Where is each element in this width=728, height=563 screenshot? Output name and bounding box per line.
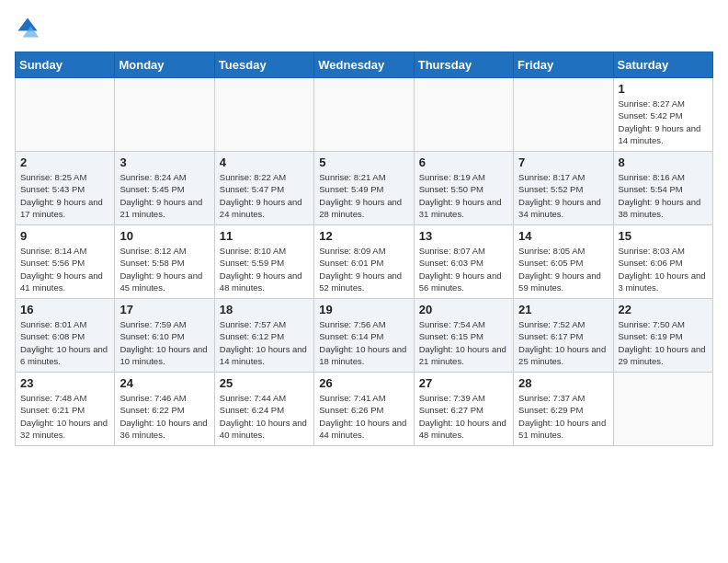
calendar-day: 10Sunrise: 8:12 AM Sunset: 5:58 PM Dayli… (115, 225, 214, 299)
day-number: 18 (220, 303, 309, 316)
calendar-day: 9Sunrise: 8:14 AM Sunset: 5:56 PM Daylig… (16, 225, 115, 299)
day-info: Sunrise: 8:19 AM Sunset: 5:50 PM Dayligh… (419, 171, 508, 220)
day-info: Sunrise: 7:39 AM Sunset: 6:27 PM Dayligh… (419, 392, 508, 441)
calendar-day: 21Sunrise: 7:52 AM Sunset: 6:17 PM Dayli… (514, 299, 613, 373)
day-number: 28 (518, 376, 608, 390)
day-info: Sunrise: 7:41 AM Sunset: 6:26 PM Dayligh… (319, 392, 408, 441)
day-info: Sunrise: 8:03 AM Sunset: 6:06 PM Dayligh… (619, 245, 708, 293)
day-number: 14 (518, 229, 608, 243)
calendar-day: 22Sunrise: 7:50 AM Sunset: 6:19 PM Dayli… (613, 299, 712, 373)
day-info: Sunrise: 8:09 AM Sunset: 6:01 PM Dayligh… (319, 245, 408, 293)
calendar-day: 7Sunrise: 8:17 AM Sunset: 5:52 PM Daylig… (514, 152, 613, 225)
calendar-day: 27Sunrise: 7:39 AM Sunset: 6:27 PM Dayli… (414, 373, 513, 446)
calendar-day: 16Sunrise: 8:01 AM Sunset: 6:08 PM Dayli… (16, 299, 115, 373)
calendar-day: 14Sunrise: 8:05 AM Sunset: 6:05 PM Dayli… (514, 225, 613, 299)
calendar-week-3: 9Sunrise: 8:14 AM Sunset: 5:56 PM Daylig… (16, 225, 713, 299)
day-info: Sunrise: 8:07 AM Sunset: 6:03 PM Dayligh… (419, 245, 508, 293)
day-number: 8 (619, 155, 708, 169)
calendar-day: 1Sunrise: 8:27 AM Sunset: 5:42 PM Daylig… (613, 78, 712, 152)
day-info: Sunrise: 7:52 AM Sunset: 6:17 PM Dayligh… (518, 318, 608, 367)
day-number: 3 (119, 155, 209, 169)
day-info: Sunrise: 8:05 AM Sunset: 6:05 PM Dayligh… (518, 245, 608, 293)
calendar-day: 8Sunrise: 8:16 AM Sunset: 5:54 PM Daylig… (613, 152, 712, 225)
day-number: 10 (119, 229, 209, 243)
day-number: 1 (619, 82, 708, 96)
day-info: Sunrise: 8:25 AM Sunset: 5:43 PM Dayligh… (20, 171, 109, 220)
day-info: Sunrise: 8:10 AM Sunset: 5:59 PM Dayligh… (220, 245, 309, 293)
calendar-day: 26Sunrise: 7:41 AM Sunset: 6:26 PM Dayli… (314, 373, 414, 446)
day-info: Sunrise: 8:21 AM Sunset: 5:49 PM Dayligh… (319, 171, 408, 220)
day-number: 15 (619, 229, 708, 243)
calendar-day: 28Sunrise: 7:37 AM Sunset: 6:29 PM Dayli… (514, 373, 613, 446)
calendar-day: 6Sunrise: 8:19 AM Sunset: 5:50 PM Daylig… (414, 152, 513, 225)
day-number: 25 (220, 376, 309, 390)
calendar-header-sunday: Sunday (16, 52, 115, 78)
calendar-week-5: 23Sunrise: 7:48 AM Sunset: 6:21 PM Dayli… (16, 373, 713, 446)
day-info: Sunrise: 8:27 AM Sunset: 5:42 PM Dayligh… (619, 98, 708, 146)
calendar-day (214, 78, 313, 152)
calendar-day (314, 78, 414, 152)
calendar-week-4: 16Sunrise: 8:01 AM Sunset: 6:08 PM Dayli… (16, 299, 713, 373)
calendar-table: SundayMondayTuesdayWednesdayThursdayFrid… (15, 52, 713, 446)
calendar-day: 4Sunrise: 8:22 AM Sunset: 5:47 PM Daylig… (214, 152, 313, 225)
day-info: Sunrise: 7:56 AM Sunset: 6:14 PM Dayligh… (319, 318, 408, 367)
day-number: 21 (518, 303, 608, 316)
calendar-day: 17Sunrise: 7:59 AM Sunset: 6:10 PM Dayli… (115, 299, 214, 373)
day-number: 6 (419, 155, 508, 169)
day-info: Sunrise: 7:48 AM Sunset: 6:21 PM Dayligh… (20, 392, 109, 441)
calendar-day: 13Sunrise: 8:07 AM Sunset: 6:03 PM Dayli… (414, 225, 513, 299)
day-info: Sunrise: 8:17 AM Sunset: 5:52 PM Dayligh… (518, 171, 608, 220)
calendar-day: 24Sunrise: 7:46 AM Sunset: 6:22 PM Dayli… (115, 373, 214, 446)
day-info: Sunrise: 7:54 AM Sunset: 6:15 PM Dayligh… (419, 318, 508, 367)
day-info: Sunrise: 8:14 AM Sunset: 5:56 PM Dayligh… (20, 245, 109, 293)
day-info: Sunrise: 8:01 AM Sunset: 6:08 PM Dayligh… (20, 318, 109, 367)
calendar-day: 3Sunrise: 8:24 AM Sunset: 5:45 PM Daylig… (115, 152, 214, 225)
calendar-day: 25Sunrise: 7:44 AM Sunset: 6:24 PM Dayli… (214, 373, 313, 446)
logo-icon (15, 15, 40, 40)
day-number: 26 (319, 376, 408, 390)
day-info: Sunrise: 7:57 AM Sunset: 6:12 PM Dayligh… (220, 318, 309, 367)
calendar-day (514, 78, 613, 152)
calendar-day: 19Sunrise: 7:56 AM Sunset: 6:14 PM Dayli… (314, 299, 414, 373)
day-info: Sunrise: 7:44 AM Sunset: 6:24 PM Dayligh… (220, 392, 309, 441)
calendar-day (613, 373, 712, 446)
day-number: 9 (20, 229, 109, 243)
page-header (15, 15, 713, 40)
day-number: 16 (20, 303, 109, 316)
day-number: 24 (119, 376, 209, 390)
calendar-day (16, 78, 115, 152)
calendar-day (414, 78, 513, 152)
day-info: Sunrise: 7:46 AM Sunset: 6:22 PM Dayligh… (119, 392, 209, 441)
day-info: Sunrise: 8:16 AM Sunset: 5:54 PM Dayligh… (619, 171, 708, 220)
day-number: 17 (119, 303, 209, 316)
day-info: Sunrise: 8:22 AM Sunset: 5:47 PM Dayligh… (220, 171, 309, 220)
calendar-header-saturday: Saturday (613, 52, 712, 78)
calendar-header-row: SundayMondayTuesdayWednesdayThursdayFrid… (16, 52, 713, 78)
day-number: 4 (220, 155, 309, 169)
logo (15, 15, 44, 40)
calendar-week-1: 1Sunrise: 8:27 AM Sunset: 5:42 PM Daylig… (16, 78, 713, 152)
calendar-header-monday: Monday (115, 52, 214, 78)
calendar-day: 18Sunrise: 7:57 AM Sunset: 6:12 PM Dayli… (214, 299, 313, 373)
day-number: 19 (319, 303, 408, 316)
calendar-day: 11Sunrise: 8:10 AM Sunset: 5:59 PM Dayli… (214, 225, 313, 299)
calendar-day (115, 78, 214, 152)
day-number: 7 (518, 155, 608, 169)
day-info: Sunrise: 8:12 AM Sunset: 5:58 PM Dayligh… (119, 245, 209, 293)
day-number: 2 (20, 155, 109, 169)
calendar-header-tuesday: Tuesday (214, 52, 313, 78)
calendar-header-wednesday: Wednesday (314, 52, 414, 78)
svg-marker-0 (18, 18, 38, 31)
day-number: 11 (220, 229, 309, 243)
day-number: 22 (619, 303, 708, 316)
calendar-header-friday: Friday (514, 52, 613, 78)
calendar-day: 23Sunrise: 7:48 AM Sunset: 6:21 PM Dayli… (16, 373, 115, 446)
day-number: 5 (319, 155, 408, 169)
day-number: 27 (419, 376, 508, 390)
day-info: Sunrise: 8:24 AM Sunset: 5:45 PM Dayligh… (119, 171, 209, 220)
calendar-day: 12Sunrise: 8:09 AM Sunset: 6:01 PM Dayli… (314, 225, 414, 299)
calendar-header-thursday: Thursday (414, 52, 513, 78)
day-number: 12 (319, 229, 408, 243)
calendar-day: 2Sunrise: 8:25 AM Sunset: 5:43 PM Daylig… (16, 152, 115, 225)
day-number: 20 (419, 303, 508, 316)
